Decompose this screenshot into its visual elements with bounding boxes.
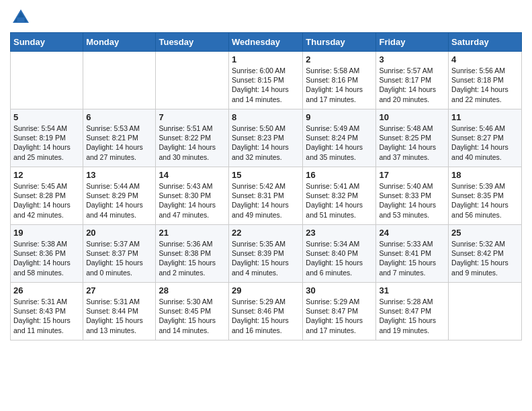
day-number: 16 — [306, 170, 373, 180]
header-cell-thursday: Thursday — [303, 33, 376, 52]
logo-icon — [10, 7, 32, 28]
day-cell: 17Sunrise: 5:40 AM Sunset: 8:33 PM Dayli… — [376, 167, 449, 225]
day-number: 13 — [86, 170, 152, 180]
page: SundayMondayTuesdayWednesdayThursdayFrid… — [0, 0, 532, 347]
day-cell: 31Sunrise: 5:28 AM Sunset: 8:47 PM Dayli… — [376, 283, 449, 340]
day-cell: 4Sunrise: 5:56 AM Sunset: 8:18 PM Daylig… — [449, 52, 522, 109]
day-number: 29 — [232, 285, 300, 295]
day-cell: 11Sunrise: 5:46 AM Sunset: 8:27 PM Dayli… — [449, 109, 522, 167]
day-info: Sunrise: 5:57 AM Sunset: 8:17 PM Dayligh… — [379, 66, 445, 104]
day-cell: 8Sunrise: 5:50 AM Sunset: 8:23 PM Daylig… — [229, 109, 303, 167]
day-cell: 2Sunrise: 5:58 AM Sunset: 8:16 PM Daylig… — [303, 52, 376, 109]
day-number: 7 — [159, 112, 226, 122]
day-cell — [449, 283, 522, 340]
day-number: 31 — [379, 285, 445, 295]
day-info: Sunrise: 5:39 AM Sunset: 8:35 PM Dayligh… — [451, 181, 519, 220]
day-cell: 16Sunrise: 5:41 AM Sunset: 8:32 PM Dayli… — [303, 167, 376, 225]
day-number: 18 — [451, 170, 519, 180]
calendar-body: 1Sunrise: 6:00 AM Sunset: 8:15 PM Daylig… — [11, 52, 522, 340]
day-cell: 22Sunrise: 5:35 AM Sunset: 8:39 PM Dayli… — [229, 225, 303, 283]
week-row-3: 12Sunrise: 5:45 AM Sunset: 8:28 PM Dayli… — [11, 167, 522, 225]
day-number: 9 — [306, 112, 373, 122]
day-number: 30 — [306, 285, 373, 295]
day-cell: 23Sunrise: 5:34 AM Sunset: 8:40 PM Dayli… — [303, 225, 376, 283]
day-cell: 20Sunrise: 5:37 AM Sunset: 8:37 PM Dayli… — [83, 225, 156, 283]
day-info: Sunrise: 5:33 AM Sunset: 8:41 PM Dayligh… — [379, 239, 445, 277]
day-info: Sunrise: 5:50 AM Sunset: 8:23 PM Dayligh… — [232, 124, 300, 162]
day-info: Sunrise: 5:29 AM Sunset: 8:46 PM Dayligh… — [232, 297, 300, 335]
logo — [10, 7, 34, 28]
header-cell-tuesday: Tuesday — [156, 33, 229, 52]
day-cell: 21Sunrise: 5:36 AM Sunset: 8:38 PM Dayli… — [156, 225, 229, 283]
day-info: Sunrise: 5:35 AM Sunset: 8:39 PM Dayligh… — [232, 239, 300, 277]
day-number: 15 — [232, 170, 300, 180]
header-cell-wednesday: Wednesday — [229, 33, 303, 52]
day-cell: 26Sunrise: 5:31 AM Sunset: 8:43 PM Dayli… — [11, 283, 83, 340]
week-row-2: 5Sunrise: 5:54 AM Sunset: 8:19 PM Daylig… — [11, 109, 522, 167]
day-info: Sunrise: 5:36 AM Sunset: 8:38 PM Dayligh… — [159, 239, 226, 277]
day-number: 1 — [232, 54, 300, 64]
day-number: 5 — [13, 112, 80, 122]
day-cell: 12Sunrise: 5:45 AM Sunset: 8:28 PM Dayli… — [11, 167, 83, 225]
day-info: Sunrise: 5:44 AM Sunset: 8:29 PM Dayligh… — [86, 181, 152, 220]
day-info: Sunrise: 5:38 AM Sunset: 8:36 PM Dayligh… — [13, 239, 80, 277]
day-number: 24 — [379, 228, 445, 238]
day-info: Sunrise: 5:40 AM Sunset: 8:33 PM Dayligh… — [379, 181, 445, 220]
header-row: SundayMondayTuesdayWednesdayThursdayFrid… — [11, 33, 522, 52]
day-number: 12 — [13, 170, 80, 180]
day-number: 17 — [379, 170, 445, 180]
day-cell: 6Sunrise: 5:53 AM Sunset: 8:21 PM Daylig… — [83, 109, 156, 167]
day-info: Sunrise: 5:43 AM Sunset: 8:30 PM Dayligh… — [159, 181, 226, 220]
header-cell-friday: Friday — [376, 33, 449, 52]
day-cell: 10Sunrise: 5:48 AM Sunset: 8:25 PM Dayli… — [376, 109, 449, 167]
day-info: Sunrise: 5:46 AM Sunset: 8:27 PM Dayligh… — [451, 124, 519, 162]
day-number: 25 — [451, 228, 519, 238]
day-cell: 5Sunrise: 5:54 AM Sunset: 8:19 PM Daylig… — [11, 109, 83, 167]
day-info: Sunrise: 5:29 AM Sunset: 8:47 PM Dayligh… — [306, 297, 373, 335]
day-cell: 7Sunrise: 5:51 AM Sunset: 8:22 PM Daylig… — [156, 109, 229, 167]
day-number: 6 — [86, 112, 152, 122]
header-cell-saturday: Saturday — [449, 33, 522, 52]
day-cell: 14Sunrise: 5:43 AM Sunset: 8:30 PM Dayli… — [156, 167, 229, 225]
day-cell: 19Sunrise: 5:38 AM Sunset: 8:36 PM Dayli… — [11, 225, 83, 283]
day-info: Sunrise: 5:45 AM Sunset: 8:28 PM Dayligh… — [13, 181, 80, 220]
day-number: 11 — [451, 112, 519, 122]
day-info: Sunrise: 5:32 AM Sunset: 8:42 PM Dayligh… — [451, 239, 519, 277]
day-number: 10 — [379, 112, 445, 122]
day-info: Sunrise: 5:42 AM Sunset: 8:31 PM Dayligh… — [232, 181, 300, 220]
day-number: 3 — [379, 54, 445, 64]
day-info: Sunrise: 5:31 AM Sunset: 8:43 PM Dayligh… — [13, 297, 80, 335]
day-number: 2 — [306, 54, 373, 64]
day-cell: 29Sunrise: 5:29 AM Sunset: 8:46 PM Dayli… — [229, 283, 303, 340]
day-info: Sunrise: 5:51 AM Sunset: 8:22 PM Dayligh… — [159, 124, 226, 162]
day-cell: 28Sunrise: 5:30 AM Sunset: 8:45 PM Dayli… — [156, 283, 229, 340]
day-cell: 18Sunrise: 5:39 AM Sunset: 8:35 PM Dayli… — [449, 167, 522, 225]
day-number: 22 — [232, 228, 300, 238]
day-cell: 27Sunrise: 5:31 AM Sunset: 8:44 PM Dayli… — [83, 283, 156, 340]
day-cell: 24Sunrise: 5:33 AM Sunset: 8:41 PM Dayli… — [376, 225, 449, 283]
day-info: Sunrise: 5:53 AM Sunset: 8:21 PM Dayligh… — [86, 124, 152, 162]
day-info: Sunrise: 6:00 AM Sunset: 8:15 PM Dayligh… — [232, 66, 300, 104]
header-cell-sunday: Sunday — [11, 33, 83, 52]
day-info: Sunrise: 5:30 AM Sunset: 8:45 PM Dayligh… — [159, 297, 226, 335]
day-info: Sunrise: 5:58 AM Sunset: 8:16 PM Dayligh… — [306, 66, 373, 104]
day-info: Sunrise: 5:48 AM Sunset: 8:25 PM Dayligh… — [379, 124, 445, 162]
day-number: 20 — [86, 228, 152, 238]
day-cell — [11, 52, 83, 109]
day-cell: 25Sunrise: 5:32 AM Sunset: 8:42 PM Dayli… — [449, 225, 522, 283]
header — [10, 7, 522, 28]
header-cell-monday: Monday — [83, 33, 156, 52]
day-info: Sunrise: 5:31 AM Sunset: 8:44 PM Dayligh… — [86, 297, 152, 335]
week-row-5: 26Sunrise: 5:31 AM Sunset: 8:43 PM Dayli… — [11, 283, 522, 340]
day-info: Sunrise: 5:28 AM Sunset: 8:47 PM Dayligh… — [379, 297, 445, 335]
day-cell — [156, 52, 229, 109]
day-number: 14 — [159, 170, 226, 180]
svg-rect-2 — [17, 17, 24, 23]
calendar-table: SundayMondayTuesdayWednesdayThursdayFrid… — [10, 32, 522, 340]
day-info: Sunrise: 5:37 AM Sunset: 8:37 PM Dayligh… — [86, 239, 152, 277]
day-cell: 15Sunrise: 5:42 AM Sunset: 8:31 PM Dayli… — [229, 167, 303, 225]
day-cell: 9Sunrise: 5:49 AM Sunset: 8:24 PM Daylig… — [303, 109, 376, 167]
day-cell: 13Sunrise: 5:44 AM Sunset: 8:29 PM Dayli… — [83, 167, 156, 225]
day-info: Sunrise: 5:41 AM Sunset: 8:32 PM Dayligh… — [306, 181, 373, 220]
day-number: 21 — [159, 228, 226, 238]
